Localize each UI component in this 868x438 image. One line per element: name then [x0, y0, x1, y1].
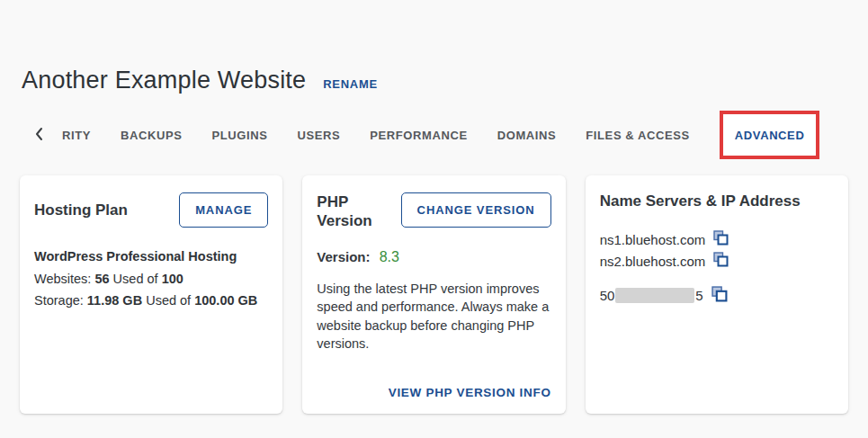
tab-backups[interactable]: BACKUPS — [121, 129, 182, 142]
hosting-plan-card: Hosting Plan MANAGE WordPress Profession… — [20, 175, 282, 414]
storage-of-text: Used of — [146, 293, 191, 308]
plan-name: WordPress Professional Hosting — [34, 249, 268, 264]
nameserver-1-value: ns1.bluehost.com — [600, 232, 706, 247]
change-version-button[interactable]: CHANGE VERSION — [401, 192, 551, 228]
chevron-left-icon — [34, 127, 43, 144]
nameserver-row-1: ns1.bluehost.com — [600, 230, 834, 248]
page-title: Another Example Website — [22, 67, 306, 94]
ip-suffix: 5 — [695, 288, 702, 303]
name-servers-title: Name Servers & IP Address — [600, 192, 834, 210]
ip-address-row: 50 5 — [600, 286, 834, 305]
copy-icon — [713, 230, 729, 248]
tab-files-access[interactable]: FILES & ACCESS — [586, 129, 690, 142]
page-header: Another Example Website RENAME — [0, 0, 868, 94]
storage-usage: Storage: 11.98 GB Used of 100.00 GB — [34, 293, 268, 308]
version-value: 8.3 — [380, 249, 399, 264]
hosting-plan-title: Hosting Plan — [34, 201, 128, 219]
tab-users[interactable]: USERS — [297, 129, 340, 142]
tab-plugins[interactable]: PLUGINS — [212, 129, 268, 142]
websites-usage: Websites: 56 Used of 100 — [34, 272, 268, 287]
tab-domains[interactable]: DOMAINS — [497, 129, 557, 142]
php-description: Using the latest PHP version improves sp… — [317, 280, 550, 353]
copy-icon — [711, 286, 728, 305]
nameserver-list: ns1.bluehost.com ns2.bluehost.com — [600, 230, 834, 273]
php-version-line: Version: 8.3 — [317, 249, 550, 265]
advanced-tab-red-annotation-box: ADVANCED — [720, 111, 820, 159]
storage-label: Storage: — [34, 293, 84, 308]
tabs-scroll-left-button[interactable] — [34, 127, 43, 144]
hosting-plan-card-header: Hosting Plan MANAGE — [34, 192, 268, 228]
php-version-title: PHP Version — [317, 192, 389, 231]
websites-total-value: 100 — [162, 272, 183, 286]
ip-redaction-box — [615, 288, 694, 303]
websites-label: Websites: — [34, 272, 91, 286]
tab-advanced[interactable]: ADVANCED — [735, 129, 805, 142]
cards-row: Hosting Plan MANAGE WordPress Profession… — [0, 175, 868, 414]
copy-ip-button[interactable] — [711, 286, 728, 305]
copy-icon — [713, 252, 729, 270]
websites-used-value: 56 — [94, 272, 109, 286]
copy-nameserver-2-button[interactable] — [713, 252, 729, 270]
php-version-card-header: PHP Version CHANGE VERSION — [317, 192, 550, 231]
tab-performance[interactable]: PERFORMANCE — [370, 129, 467, 142]
ip-prefix: 50 — [600, 288, 615, 303]
nameserver-row-2: ns2.bluehost.com — [600, 252, 834, 270]
name-servers-card: Name Servers & IP Address ns1.bluehost.c… — [586, 175, 848, 414]
websites-of-text: Used of — [113, 272, 158, 286]
storage-total-value: 100.00 GB — [194, 293, 257, 308]
storage-used-value: 11.98 GB — [87, 293, 142, 308]
tab-security-partial[interactable]: RITY — [62, 129, 91, 142]
tab-bar: RITY BACKUPS PLUGINS USERS PERFORMANCE D… — [34, 109, 868, 161]
php-version-card: PHP Version CHANGE VERSION Version: 8.3 … — [302, 175, 565, 414]
version-label: Version: — [317, 249, 370, 264]
manage-button[interactable]: MANAGE — [179, 192, 268, 228]
rename-button[interactable]: RENAME — [323, 77, 378, 91]
view-php-version-info-link[interactable]: VIEW PHP VERSION INFO — [389, 386, 551, 399]
nameserver-2-value: ns2.bluehost.com — [600, 254, 706, 269]
copy-nameserver-1-button[interactable] — [713, 230, 729, 248]
